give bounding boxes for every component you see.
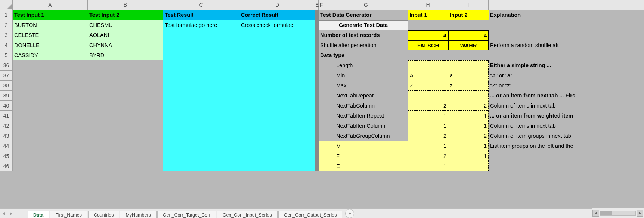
cell[interactable] [315, 50, 319, 60]
cell[interactable] [13, 161, 88, 171]
cell[interactable] [163, 121, 239, 131]
cell[interactable] [88, 161, 163, 171]
sheet-tab-mynumbers[interactable]: MyNumbers [120, 211, 156, 218]
cell-b5[interactable]: BYRD [88, 50, 163, 60]
label-length[interactable]: Length [324, 60, 408, 71]
label-nexttabcolumn[interactable]: NextTabColumn [324, 101, 408, 111]
val-ntic-h[interactable]: 1 [408, 121, 448, 131]
label-num-records[interactable]: Number of test records [319, 30, 408, 40]
cell[interactable] [163, 141, 239, 151]
cell[interactable] [319, 111, 324, 121]
label-nexttabitemcolumn[interactable]: NextTabItemColumn [324, 121, 408, 131]
cell[interactable] [315, 40, 319, 50]
cell-c2[interactable]: Test formulae go here [163, 20, 239, 30]
val-max-i[interactable]: z [448, 81, 489, 91]
col-header-f[interactable]: F [319, 0, 324, 10]
val-ntir-h[interactable]: 1 [408, 111, 448, 121]
cell[interactable] [319, 131, 324, 141]
spreadsheet-grid[interactable]: A B C D E F G H I 1 Test Input 1 Test In… [0, 0, 644, 171]
cell[interactable] [239, 40, 315, 50]
tab-nav-next-icon[interactable]: ► [7, 211, 15, 216]
val-shuffle-i[interactable]: WAHR [448, 40, 489, 50]
val-ntgc-h[interactable]: 2 [408, 131, 448, 141]
cell[interactable] [315, 141, 319, 151]
cell[interactable] [88, 81, 163, 91]
cell[interactable] [88, 101, 163, 111]
cell[interactable] [489, 151, 644, 161]
val-m-i[interactable]: 1 [448, 141, 489, 151]
exp-ntr[interactable]: ... or an item from next tab ... Firs [489, 91, 644, 101]
row-header[interactable]: 37 [0, 71, 13, 81]
cell[interactable] [239, 111, 315, 121]
row-header[interactable]: 1 [0, 10, 13, 20]
tab-nav-prev-icon[interactable]: ◄ [0, 211, 7, 216]
cell[interactable] [408, 50, 448, 60]
cell[interactable] [13, 71, 88, 81]
header-input1[interactable]: Input 1 [408, 10, 448, 20]
val-num-records-i[interactable]: 4 [448, 30, 489, 40]
label-max[interactable]: Max [324, 81, 408, 91]
cell[interactable] [88, 141, 163, 151]
cell[interactable] [408, 60, 448, 71]
label-nexttabitemrepeat[interactable]: NextTabItemRepeat [324, 111, 408, 121]
header-correct-result[interactable]: Correct Result [239, 10, 315, 20]
header-test-input-2[interactable]: Test Input 2 [88, 10, 163, 20]
horizontal-scrollbar[interactable]: ◄ ► [592, 208, 644, 218]
cell[interactable] [239, 161, 315, 171]
cell-b4[interactable]: CHYNNA [88, 40, 163, 50]
val-min-i[interactable]: a [448, 71, 489, 81]
label-shuffle[interactable]: Shuffle after generation [319, 40, 408, 50]
cell[interactable] [315, 151, 319, 161]
label-m[interactable]: M [324, 141, 408, 151]
cell[interactable] [88, 121, 163, 131]
cell[interactable] [239, 60, 315, 71]
cell[interactable] [319, 81, 324, 91]
label-f[interactable]: F [324, 151, 408, 161]
exp-ntir[interactable]: ... or an item from weighted item [489, 111, 644, 121]
val-min-h[interactable]: A [408, 71, 448, 81]
cell[interactable] [13, 151, 88, 161]
cell[interactable] [315, 111, 319, 121]
cell[interactable] [319, 151, 324, 161]
cell[interactable] [163, 30, 239, 40]
row-header[interactable]: 46 [0, 161, 13, 171]
val-f-i[interactable]: 1 [448, 151, 489, 161]
sheet-tab-data[interactable]: Data [28, 211, 49, 218]
select-all-corner[interactable] [0, 0, 13, 10]
header-explanation[interactable]: Explanation [489, 10, 644, 20]
cell[interactable] [88, 91, 163, 101]
row-header[interactable]: 38 [0, 81, 13, 91]
exp-either[interactable]: Either a simple string ... [489, 60, 644, 71]
cell-a4[interactable]: DONELLE [13, 40, 88, 50]
cell[interactable] [239, 121, 315, 131]
cell[interactable] [163, 71, 239, 81]
row-header[interactable]: 5 [0, 50, 13, 60]
cell[interactable] [315, 161, 319, 171]
label-nexttabrepeat[interactable]: NextTabRepeat [324, 91, 408, 101]
cell[interactable] [315, 121, 319, 131]
cell[interactable] [163, 101, 239, 111]
cell[interactable] [239, 101, 315, 111]
col-header-d[interactable]: D [239, 0, 315, 10]
cell-b3[interactable]: AOLANI [88, 30, 163, 40]
cell[interactable] [13, 81, 88, 91]
cell[interactable] [239, 131, 315, 141]
val-shuffle-h[interactable]: FALSCH [408, 40, 448, 50]
cell[interactable] [239, 141, 315, 151]
scroll-track[interactable] [600, 211, 636, 216]
cell[interactable] [319, 141, 324, 151]
cell[interactable] [163, 131, 239, 141]
cell[interactable] [13, 141, 88, 151]
cell[interactable] [163, 111, 239, 121]
row-header[interactable]: 39 [0, 91, 13, 101]
cell[interactable] [88, 111, 163, 121]
cell[interactable] [163, 60, 239, 71]
row-header[interactable]: 2 [0, 20, 13, 30]
cell[interactable] [489, 20, 644, 30]
cell[interactable] [315, 30, 319, 40]
cell[interactable] [239, 91, 315, 101]
cell[interactable] [448, 161, 489, 171]
cell[interactable] [315, 81, 319, 91]
val-num-records-h[interactable]: 4 [408, 30, 448, 40]
label-e[interactable]: E [324, 161, 408, 171]
